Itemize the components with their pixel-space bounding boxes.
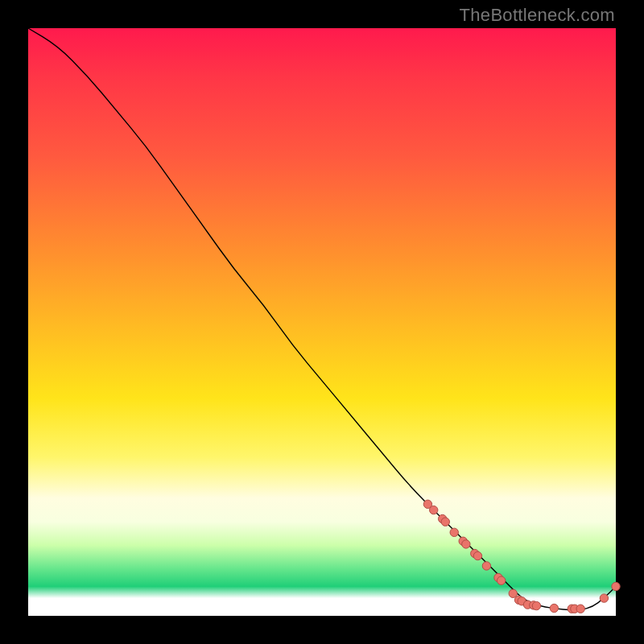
highlight-dot [550, 604, 558, 612]
highlight-dot [532, 601, 540, 609]
highlight-dot [430, 506, 438, 514]
bottleneck-curve [28, 28, 616, 610]
highlight-dots-group [423, 500, 620, 613]
chart-overlay-svg [28, 28, 616, 616]
highlight-dot [497, 576, 505, 584]
highlight-dot [482, 562, 490, 570]
highlight-dot [600, 594, 608, 602]
highlight-dot [441, 518, 449, 526]
highlight-dot [473, 551, 481, 559]
highlight-dot [450, 528, 458, 536]
highlight-dot [576, 605, 584, 613]
highlight-dot [509, 589, 517, 597]
chart-stage: TheBottleneck.com [0, 0, 644, 644]
highlight-dot [462, 540, 470, 548]
watermark-text: TheBottleneck.com [460, 5, 615, 26]
highlight-dot [612, 582, 620, 590]
